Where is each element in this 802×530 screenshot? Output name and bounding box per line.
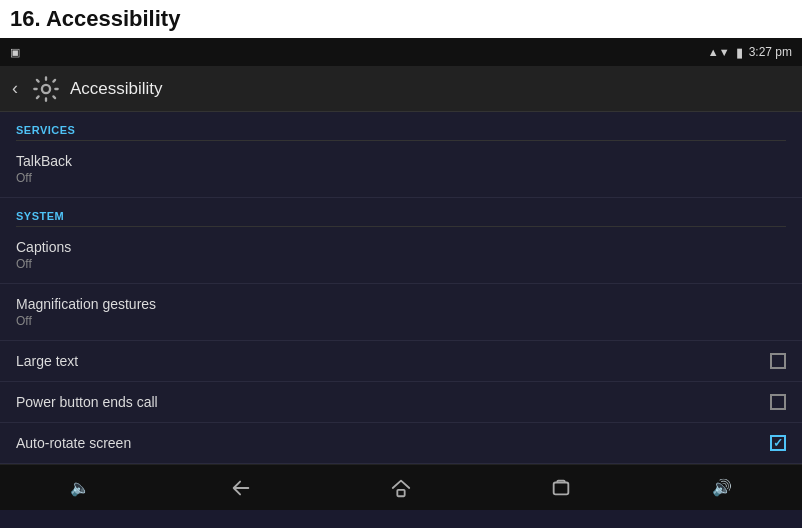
settings-gear-icon: [32, 75, 60, 103]
nav-bar: [0, 464, 802, 510]
captions-subtitle: Off: [16, 257, 71, 271]
magnification-info: Magnification gestures Off: [16, 296, 156, 328]
captions-title: Captions: [16, 239, 71, 255]
section-header-system: SYSTEM: [0, 198, 802, 226]
section-services: SERVICES TalkBack Off: [0, 112, 802, 198]
clock: 3:27 pm: [749, 45, 792, 59]
recent-apps-button[interactable]: [541, 468, 581, 508]
battery-icon: ▮: [736, 45, 743, 60]
power-button-info: Power button ends call: [16, 394, 158, 410]
auto-rotate-checkbox[interactable]: [770, 435, 786, 451]
setting-item-power-button[interactable]: Power button ends call: [0, 382, 802, 423]
back-button[interactable]: [221, 468, 261, 508]
talkback-subtitle: Off: [16, 171, 72, 185]
magnification-title: Magnification gestures: [16, 296, 156, 312]
auto-rotate-title: Auto-rotate screen: [16, 435, 131, 451]
home-button[interactable]: [381, 468, 421, 508]
talkback-title: TalkBack: [16, 153, 72, 169]
captions-info: Captions Off: [16, 239, 71, 271]
svg-rect-1: [397, 489, 404, 495]
magnification-subtitle: Off: [16, 314, 156, 328]
volume-up-icon[interactable]: [702, 468, 742, 508]
power-button-title: Power button ends call: [16, 394, 158, 410]
large-text-info: Large text: [16, 353, 78, 369]
notification-icon: ▣: [10, 46, 20, 59]
large-text-title: Large text: [16, 353, 78, 369]
settings-content: SERVICES TalkBack Off SYSTEM Captions Of…: [0, 112, 802, 464]
large-text-checkbox[interactable]: [770, 353, 786, 369]
svg-rect-2: [554, 482, 569, 494]
status-bar: ▣ ▲▼ ▮ 3:27 pm: [0, 38, 802, 66]
section-header-services: SERVICES: [0, 112, 802, 140]
setting-item-auto-rotate[interactable]: Auto-rotate screen: [0, 423, 802, 464]
app-bar-title: Accessibility: [70, 79, 163, 99]
setting-item-talkback[interactable]: TalkBack Off: [0, 141, 802, 198]
device-screen: ▣ ▲▼ ▮ 3:27 pm ‹ Accessibility SERVICES …: [0, 38, 802, 528]
signal-strength-icon: ▲▼: [708, 46, 730, 58]
setting-item-large-text[interactable]: Large text: [0, 341, 802, 382]
power-button-checkbox[interactable]: [770, 394, 786, 410]
talkback-info: TalkBack Off: [16, 153, 72, 185]
setting-item-magnification[interactable]: Magnification gestures Off: [0, 284, 802, 341]
setting-item-captions[interactable]: Captions Off: [0, 227, 802, 284]
auto-rotate-info: Auto-rotate screen: [16, 435, 131, 451]
status-bar-right: ▲▼ ▮ 3:27 pm: [708, 45, 792, 60]
status-bar-left: ▣: [10, 46, 708, 59]
page-title: 16. Accessibility: [0, 0, 802, 38]
app-bar: ‹ Accessibility: [0, 66, 802, 112]
svg-point-0: [42, 84, 50, 92]
section-system: SYSTEM Captions Off Magnification gestur…: [0, 198, 802, 464]
back-arrow-icon[interactable]: ‹: [12, 78, 18, 99]
volume-down-icon[interactable]: [60, 468, 100, 508]
